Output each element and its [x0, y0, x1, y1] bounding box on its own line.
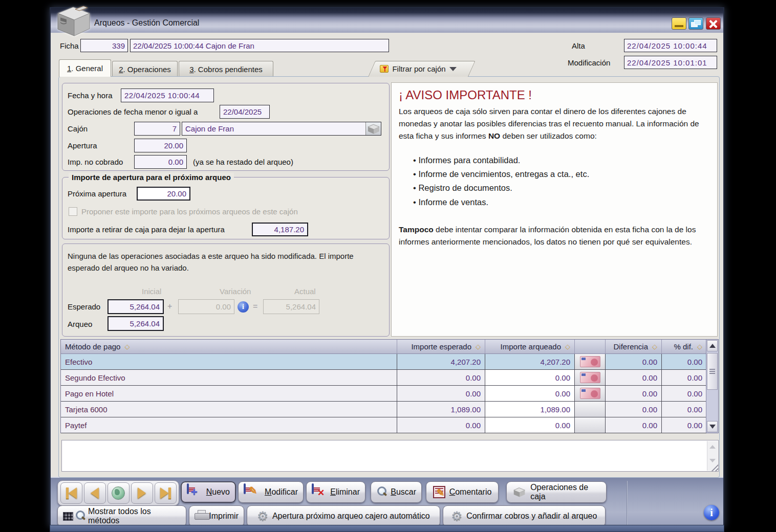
last-record-icon — [160, 487, 168, 499]
eliminar-button[interactable]: ✕ Eliminar — [306, 481, 365, 503]
bottom-toolbar: + Nuevo ✎ Modificar ✕ Eliminar Buscar ✎ … — [51, 477, 723, 527]
cajon-name-field[interactable]: Cajon de Fran — [182, 122, 381, 136]
aviso-title: ¡ AVISO IMPORTANTE ! — [399, 88, 710, 102]
col-esperado-header[interactable]: Importe esperado◇ — [397, 340, 485, 353]
previous-record-button[interactable] — [84, 482, 106, 504]
proponer-importe-label: Proponer este importe para los próximos … — [81, 207, 298, 216]
arqueo-field[interactable]: 5,264.04 — [107, 316, 164, 331]
modificar-button[interactable]: ✎ Modificar — [238, 481, 304, 503]
scroll-up-button[interactable] — [707, 340, 718, 351]
help-info-button[interactable]: i — [704, 505, 719, 520]
aviso-bullet-list: Informes para contabilidad. Informe de v… — [413, 153, 710, 209]
proxima-apertura-field[interactable]: 20.00 — [137, 187, 190, 201]
sort-icon: ◇ — [476, 343, 481, 350]
variacion-field: 0.00 — [178, 299, 234, 314]
first-record-button[interactable] — [60, 482, 82, 504]
buscar-button[interactable]: Buscar — [371, 481, 422, 503]
tab-cobros-pendientes[interactable]: 3. Cobros pendientes — [179, 61, 273, 77]
table-header-row: Método de pago◇ Importe esperado◇ Import… — [61, 340, 706, 354]
count-cash-button[interactable] — [575, 354, 606, 369]
table-scrollbar[interactable] — [706, 340, 718, 433]
next-record-button[interactable] — [131, 482, 153, 504]
grid-search-icon — [63, 510, 84, 522]
refresh-globe-icon — [112, 486, 125, 500]
next-icon — [138, 487, 146, 499]
col-inicial-label: Inicial — [142, 287, 161, 296]
imprimir-button[interactable]: Imprimir — [189, 505, 244, 527]
sort-icon: ◇ — [124, 343, 130, 350]
arrow-down-icon — [709, 459, 716, 462]
count-cash-button[interactable] — [575, 386, 606, 401]
apertura-automatica-button[interactable]: ⚙ Apertura próximo arqueo cajero automát… — [247, 505, 440, 527]
table-row[interactable]: Segundo Efectivo 0.00 0.00 0.00 0.00 — [61, 370, 706, 386]
mostrar-metodos-button[interactable]: Mostrar todos los métodos — [57, 505, 186, 527]
imp-no-cobrado-field[interactable]: 0.00 — [134, 155, 187, 169]
info-icon[interactable]: i — [238, 301, 249, 313]
table-row[interactable]: Paytef 0.00 0.00 0.00 0.00 — [61, 417, 706, 433]
importe-retirar-field[interactable]: 4,187.20 — [252, 223, 308, 236]
chevron-down-icon — [449, 67, 457, 71]
search-icon — [376, 486, 386, 498]
tab-operaciones[interactable]: 2. Operaciones — [112, 61, 178, 77]
record-navigation-group — [57, 480, 179, 506]
sort-icon: ◇ — [652, 343, 657, 350]
aviso-bullet: Informe de ventas. — [413, 195, 710, 209]
arqueo-fields-panel: Fecha y hora 22/04/2025 10:00:44 Operaci… — [62, 83, 390, 171]
table-row[interactable]: Tarjeta 6000 1,089.00 1,089.00 0.00 0.00 — [61, 402, 706, 417]
comentario-button[interactable]: ✎ Comentario — [426, 481, 499, 503]
tab-general[interactable]: 1. General — [59, 59, 111, 77]
col-arqueado-header[interactable]: Importe arqueado◇ — [485, 340, 575, 353]
minimize-button[interactable] — [672, 17, 686, 30]
title-bar[interactable]: Arqueos - Gestión Comercial — [51, 8, 723, 33]
col-diferencia-header[interactable]: Diferencia◇ — [606, 340, 662, 353]
fecha-hora-label: Fecha y hora — [68, 91, 121, 100]
cash-drawer-icon — [512, 486, 526, 498]
col-actual-label: Actual — [294, 287, 316, 296]
comment-textarea[interactable] — [61, 440, 719, 472]
col-pdif-header[interactable]: % dif.◇ — [662, 340, 706, 353]
cajon-picker-button[interactable] — [365, 122, 381, 135]
arrow-up-icon — [709, 344, 716, 348]
sort-icon: ◇ — [565, 343, 570, 350]
operaciones-fecha-field[interactable]: 22/04/2025 — [220, 105, 270, 119]
desktop-background: Arqueos - Gestión Comercial Ficha 339 22… — [0, 0, 776, 532]
proponer-importe-checkbox-row[interactable]: Proponer este importe para los próximos … — [69, 207, 298, 216]
cajon-number-field[interactable]: 7 — [134, 122, 180, 136]
delete-record-icon: ✕ — [312, 484, 326, 500]
fecha-hora-field[interactable]: 22/04/2025 10:00:44 — [121, 88, 214, 102]
filter-by-drawer-dropdown[interactable]: Filtrar por cajón — [368, 61, 468, 77]
banknote-icon — [580, 388, 600, 399]
modificacion-date-field: 22/04/2025 10:01:01 — [624, 56, 717, 69]
count-cash-button[interactable] — [575, 417, 606, 433]
resize-grip[interactable] — [710, 463, 718, 471]
nuevo-button[interactable]: + Nuevo — [181, 481, 236, 503]
operaciones-caja-button[interactable]: Operaciones de caja — [506, 481, 607, 503]
no-modified-message: Ninguna de las operaciones asociadas a e… — [68, 250, 375, 274]
imp-no-cobrado-note: (ya se ha restado del arqueo) — [193, 158, 293, 166]
next-apertura-groupbox: Importe de apertura para el próximo arqu… — [62, 177, 390, 239]
filter-icon — [380, 65, 389, 73]
close-button[interactable] — [706, 17, 721, 30]
refresh-button[interactable] — [107, 482, 130, 504]
new-record-icon: + — [187, 484, 202, 500]
restore-button[interactable] — [688, 17, 703, 30]
count-cash-button[interactable] — [575, 402, 606, 417]
next-apertura-title: Importe de apertura para el próximo arqu… — [69, 173, 234, 182]
ficha-description-field[interactable]: 22/04/2025 10:00:44 Cajon de Fran — [130, 39, 389, 52]
table-row[interactable]: Efectivo 4,207.20 4,207.20 0.00 0.00 — [61, 354, 706, 370]
alta-label: Alta — [572, 41, 585, 50]
aviso-bullet: Informe de vencimientos, entregas a cta.… — [413, 167, 710, 181]
col-metodo-header[interactable]: Método de pago◇ — [61, 340, 397, 353]
banknote-icon — [580, 372, 600, 383]
checkbox-icon[interactable] — [69, 207, 77, 216]
confirmar-cobros-button[interactable]: ⚙ Confirmar cobros y añadir al arqueo — [443, 505, 606, 527]
last-record-button[interactable] — [155, 482, 177, 504]
table-row[interactable]: Pago en Hotel 0.00 0.00 0.00 0.00 — [61, 386, 706, 402]
scrollbar-thumb[interactable] — [707, 353, 718, 390]
ficha-number-field[interactable]: 339 — [80, 39, 128, 52]
previous-icon — [91, 487, 99, 499]
scroll-down-button[interactable] — [707, 421, 718, 432]
count-cash-button[interactable] — [575, 370, 606, 385]
apertura-field[interactable]: 20.00 — [134, 139, 187, 152]
banknote-icon — [580, 356, 600, 367]
